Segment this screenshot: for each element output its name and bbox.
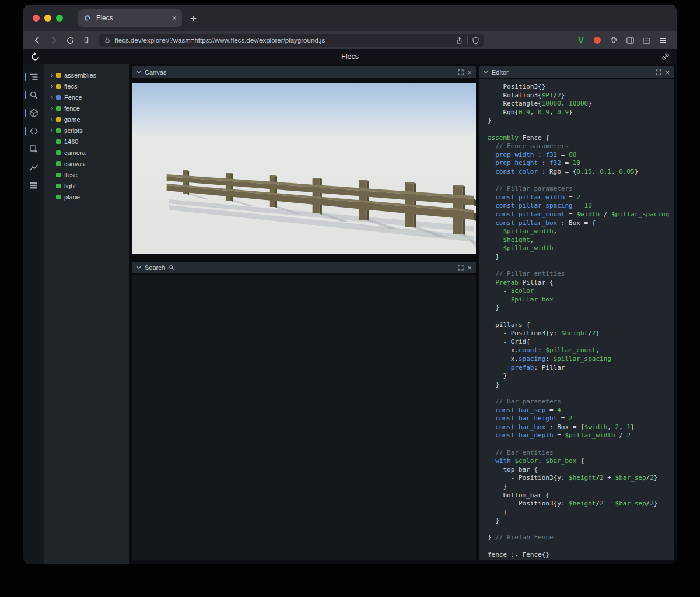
share-icon[interactable] [456,37,463,44]
bookmark-icon[interactable] [79,34,93,47]
reload-icon[interactable] [63,34,77,47]
editor-panel-title: Editor [492,69,509,76]
tree-item-plane[interactable]: ›plane [44,191,130,202]
code-icon[interactable] [26,125,41,137]
entity-tree-list: ›assemblies›flecs›Fence›fence›game›scrip… [44,69,130,202]
code-line: const bar_height = 2 [488,415,674,423]
tree-item-1460[interactable]: ›1460 [44,136,130,147]
new-tab-button[interactable]: + [190,13,197,24]
wallet-icon[interactable] [639,34,653,47]
search-small-icon [169,265,174,271]
tree-item-game[interactable]: ›game [44,114,130,125]
code-line: } [488,381,674,389]
editor-panel-header[interactable]: Editor × [480,66,674,78]
code-line: fence :- Fence{} [488,551,674,560]
chevron-down-icon[interactable] [136,265,141,270]
window-minimize-button[interactable] [44,15,51,22]
shield-icon[interactable] [472,37,480,44]
tree-item-flecs[interactable]: ›flecs [44,80,130,92]
expand-icon[interactable] [656,69,662,75]
code-line [488,125,674,134]
close-icon[interactable]: × [467,264,472,272]
window-zoom-button[interactable] [56,15,63,22]
browser-navbar: flecs.dev/explorer/?wasm=https://www.fle… [23,31,677,49]
entity-tree-icon[interactable] [26,71,41,83]
app-title: Flecs [23,52,677,61]
tree-item-canvas[interactable]: ›canvas [44,158,130,169]
entity-label: fence [64,105,80,112]
back-icon[interactable] [30,34,44,47]
canvas-panel: Canvas × [132,66,476,254]
code-line: const bar_box : Box = {$width, 2, 1} [488,423,674,432]
expand-chevron-icon[interactable]: › [48,127,55,134]
entity-label: flesc [64,171,78,178]
close-icon[interactable]: × [665,69,670,76]
entity-label: scripts [64,127,83,134]
code-line: // Bar entities [488,449,674,458]
tree-item-scripts[interactable]: ›scripts [44,125,130,136]
editor-panel: Editor × - Position3{} - Rotation3{$PI/2… [480,66,674,560]
close-icon[interactable]: × [467,69,472,76]
tree-item-assemblies[interactable]: ›assemblies [44,69,130,80]
tree-item-flesc[interactable]: ›flesc [44,169,130,180]
expand-icon[interactable] [458,265,464,271]
entity-label: camera [64,149,86,156]
code-line: prop height : f32 = 10 [488,159,674,168]
code-line: } [488,117,674,125]
extensions-puzzle-icon[interactable] [607,34,621,47]
code-line: const pillar_count = $width / $pillar_sp… [488,210,674,219]
code-line: prefab: Pillar [488,364,674,373]
browser-tab[interactable]: Flecs × [78,9,182,27]
search-panel-header[interactable]: Search × [132,262,476,273]
code-line [488,525,674,534]
statistics-icon[interactable] [26,161,41,173]
entity-color-square [56,195,61,199]
canvas-3d-view[interactable] [132,83,476,254]
tree-item-Fence[interactable]: ›Fence [44,92,130,103]
browser-tab-strip: Flecs × + [23,5,677,31]
address-bar[interactable]: flecs.dev/explorer/?wasm=https://www.fle… [99,34,484,47]
chevron-down-icon[interactable] [136,70,141,75]
window-close-button[interactable] [33,15,40,22]
record-dot-icon[interactable] [590,34,604,47]
scene-cube-icon[interactable] [26,107,41,119]
tree-item-light[interactable]: ›light [44,180,130,191]
expand-chevron-icon[interactable]: › [48,83,55,90]
queries-icon[interactable] [26,180,41,191]
tab-close-icon[interactable]: × [172,13,177,23]
expand-icon[interactable] [458,69,464,75]
menu-icon[interactable] [656,34,670,47]
code-line: - $color [488,287,674,296]
url-text: flecs.dev/explorer/?wasm=https://www.fle… [115,37,452,44]
search-icon[interactable] [26,89,41,101]
code-line: // Bar parameters [488,398,674,406]
canvas-panel-header[interactable]: Canvas × [132,66,476,78]
code-line [488,389,674,398]
expand-chevron-icon[interactable]: › [48,72,55,79]
code-line: // Pillar parameters [488,185,674,194]
fence-3d-render [132,83,476,254]
code-line: } [488,304,674,312]
code-line: x.spacing: $pillar_spacing [488,355,674,364]
code-line [488,312,674,321]
editor-code[interactable]: - Position3{} - Rotation3{$PI/2} - Recta… [480,79,674,560]
code-line [488,542,674,551]
expand-chevron-icon[interactable]: › [48,116,55,123]
chevron-down-icon[interactable] [484,70,488,75]
code-line: - Position3{y: $height/2 - $bar_sep/2} [488,500,674,508]
entity-label: 1460 [64,138,78,145]
inspect-icon[interactable] [26,143,41,155]
sidebar-toggle-icon[interactable] [623,34,637,47]
expand-chevron-icon[interactable]: › [48,105,55,112]
forward-icon[interactable] [47,34,61,47]
expand-chevron-icon[interactable]: › [48,94,55,101]
tree-item-camera[interactable]: ›camera [44,147,130,158]
middle-column: Canvas × [132,66,476,560]
code-line: } [488,372,674,381]
v-logo-icon[interactable]: V [574,34,588,47]
code-line: } [488,483,674,491]
code-line [488,261,674,270]
tree-item-fence[interactable]: ›fence [44,103,130,114]
code-line: top_bar { [488,466,674,475]
entity-label: Fence [64,94,82,101]
